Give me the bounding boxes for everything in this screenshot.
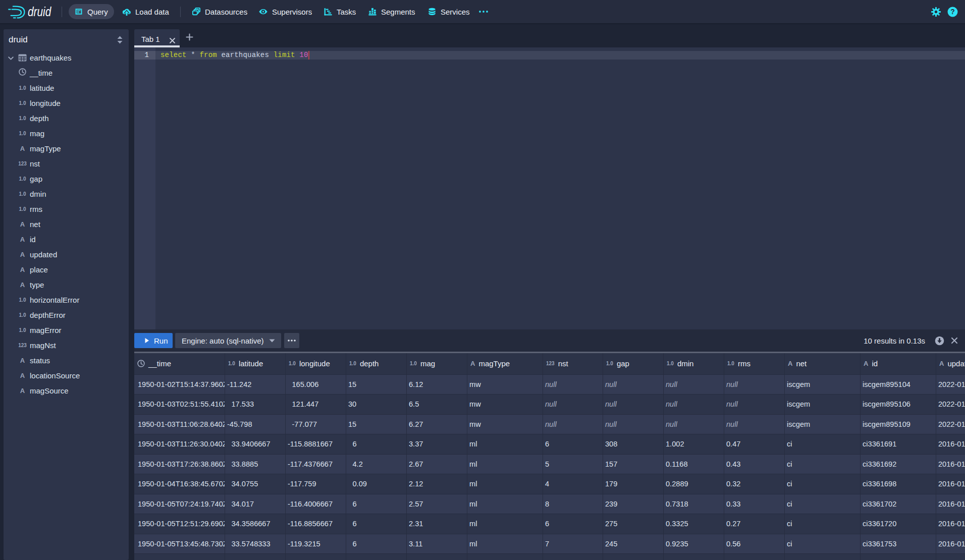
- svg-text:?: ?: [950, 8, 955, 16]
